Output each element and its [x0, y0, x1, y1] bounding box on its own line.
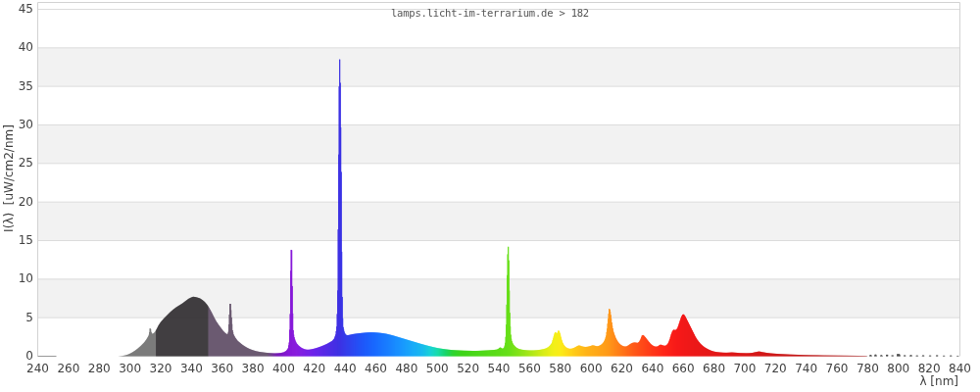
- spectrum-plot: [0, 0, 980, 392]
- x-tick-label: 420: [303, 362, 325, 375]
- x-tick-label: 780: [857, 362, 879, 375]
- spectrum-chart: lamps.licht-im-terrarium.de > 182 I(λ) […: [0, 0, 980, 392]
- x-tick-label: 700: [733, 362, 756, 375]
- x-tick-label: 540: [488, 362, 511, 375]
- y-tick-label: 5: [4, 311, 33, 324]
- x-tick-label: 800: [887, 362, 909, 375]
- y-tick-label: 35: [4, 79, 33, 93]
- x-tick-label: 620: [611, 362, 633, 375]
- x-tick-label: 840: [949, 362, 971, 375]
- y-tick-label: 15: [4, 233, 33, 247]
- x-tick-label: 340: [180, 362, 203, 375]
- x-tick-label: 280: [88, 362, 111, 375]
- y-tick-label: 45: [4, 2, 33, 16]
- x-tick-label: 760: [826, 362, 849, 375]
- x-tick-label: 380: [242, 362, 265, 375]
- y-tick-label: 0: [4, 349, 33, 363]
- y-tick-label: 20: [4, 195, 33, 209]
- x-tick-label: 640: [641, 362, 663, 375]
- x-tick-label: 300: [119, 362, 141, 375]
- x-tick-label: 560: [518, 362, 541, 375]
- x-tick-label: 500: [426, 362, 449, 375]
- y-axis-label: I(λ) [uW/cm2/nm]: [2, 124, 16, 232]
- x-tick-label: 660: [672, 362, 695, 375]
- x-tick-label: 440: [334, 362, 357, 375]
- x-tick-label: 520: [457, 362, 479, 375]
- y-tick-label: 25: [4, 156, 33, 170]
- y-tick-label: 30: [4, 118, 33, 131]
- y-tick-label: 40: [4, 40, 33, 54]
- x-axis-label: λ [nm]: [919, 374, 958, 388]
- x-tick-label: 260: [57, 362, 79, 375]
- x-tick-label: 480: [395, 362, 417, 375]
- x-tick-label: 820: [918, 362, 941, 375]
- x-tick-label: 720: [764, 362, 787, 375]
- x-tick-label: 320: [150, 362, 172, 375]
- x-tick-label: 680: [703, 362, 725, 375]
- x-tick-label: 240: [26, 362, 49, 375]
- y-tick-label: 10: [4, 271, 33, 285]
- x-tick-label: 740: [795, 362, 817, 375]
- x-tick-label: 400: [272, 362, 295, 375]
- x-tick-label: 580: [549, 362, 571, 375]
- chart-title: lamps.licht-im-terrarium.de > 182: [0, 7, 980, 19]
- x-tick-label: 600: [580, 362, 603, 375]
- x-tick-label: 460: [365, 362, 387, 375]
- x-tick-label: 360: [211, 362, 233, 375]
